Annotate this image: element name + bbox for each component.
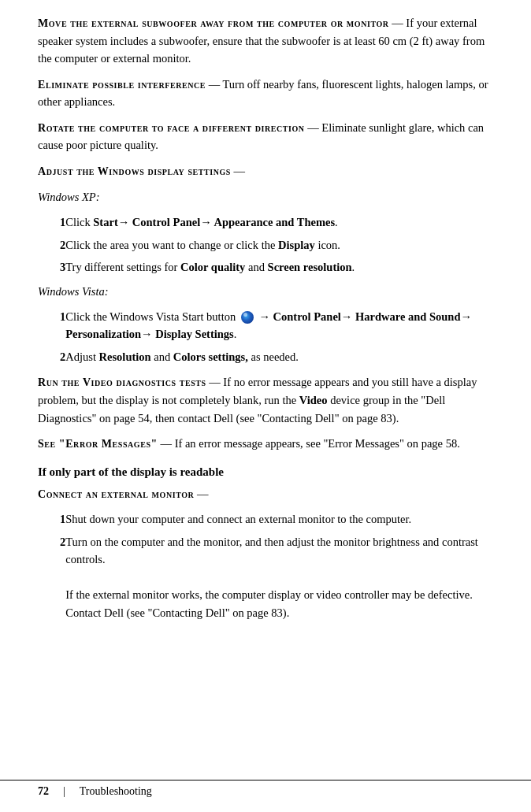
heading-eliminate-interference: Eliminate possible interference [38, 79, 206, 91]
page-number: 72 [38, 785, 49, 798]
list-item: 1 Click the Windows Vista Start button →… [38, 308, 493, 343]
windows-xp-label: Windows XP: [38, 191, 100, 203]
list-item: 2 Click the area you want to change or c… [38, 236, 493, 254]
subsection-heading-partial-display: If only part of the display is readable [38, 465, 493, 479]
windows-vista-label: Windows Vista: [38, 285, 109, 298]
heading-see-error-messages: See "Error Messages" [38, 438, 158, 450]
page-footer: 72 | Troubleshooting [0, 780, 531, 798]
page-container: Move the external subwoofer away from th… [0, 0, 531, 677]
section-eliminate-interference: Eliminate possible interference — Turn o… [38, 76, 493, 111]
heading-rotate-computer: Rotate the computer to face a different … [38, 122, 305, 134]
list-item: 1 Click Start→ Control Panel→ Appearance… [38, 213, 493, 231]
heading-run-video-diagnostics: Run the Video diagnostics tests [38, 376, 206, 388]
list-item: 3 Try different settings for Color quali… [38, 258, 493, 276]
list-item: 2 Adjust Resolution and Colors settings,… [38, 348, 493, 365]
heading-connect-external-monitor: Connect an external monitor [38, 488, 194, 500]
section-move-subwoofer: Move the external subwoofer away from th… [38, 14, 493, 68]
list-item: 2 Turn on the computer and the monitor, … [38, 533, 493, 621]
windows-vista-steps: 1 Click the Windows Vista Start button →… [38, 308, 493, 365]
section-see-error-messages: See "Error Messages" — If an error messa… [38, 435, 493, 453]
section-rotate-computer: Rotate the computer to face a different … [38, 119, 493, 154]
footer-section-label: Troubleshooting [80, 785, 152, 798]
section-adjust-windows: Adjust the Windows display settings — Wi… [38, 162, 493, 365]
section-run-video-diagnostics: Run the Video diagnostics tests — If no … [38, 373, 493, 427]
section-connect-external-monitor: Connect an external monitor — 1 Shut dow… [38, 485, 493, 622]
list-item: 1 Shut down your computer and connect an… [38, 510, 493, 528]
windows-xp-steps: 1 Click Start→ Control Panel→ Appearance… [38, 213, 493, 276]
footer-separator: | [63, 785, 65, 798]
heading-move-subwoofer: Move the external subwoofer away from th… [38, 17, 389, 29]
connect-external-monitor-steps: 1 Shut down your computer and connect an… [38, 510, 493, 621]
windows-vista-icon [241, 311, 254, 324]
heading-adjust-windows: Adjust the Windows display settings [38, 165, 231, 177]
